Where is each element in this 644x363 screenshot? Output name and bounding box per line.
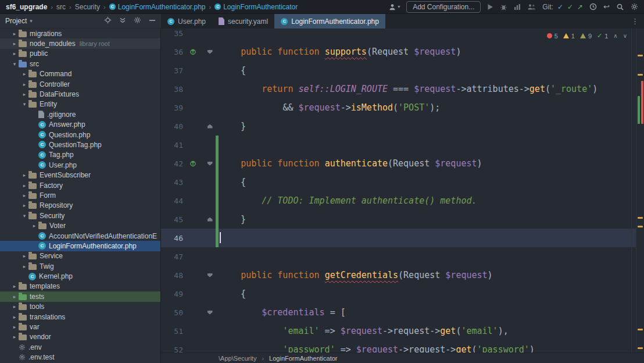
code-line-41[interactable]: 41	[161, 136, 644, 154]
user-menu-icon[interactable]: ▾	[388, 3, 400, 11]
tree-item-tag-php[interactable]: CTag.php	[0, 150, 160, 160]
stripe-mark[interactable]	[638, 96, 640, 124]
tree-item-kernel-php[interactable]: CKernel.php	[0, 271, 160, 281]
tab-security-yaml[interactable]: security.yaml	[212, 14, 274, 29]
chevron-right-icon[interactable]: ▸	[10, 324, 19, 330]
rollback-icon[interactable]: ↩	[603, 2, 610, 11]
tree-item-tools[interactable]: ▸tools	[0, 302, 160, 312]
stripe-mark[interactable]	[638, 329, 643, 330]
tree-item-questiontag-php[interactable]: CQuestionTag.php	[0, 140, 160, 150]
tree-item-templates[interactable]: ▸templates	[0, 282, 160, 291]
code-with-me-icon[interactable]	[527, 3, 536, 10]
settings-icon[interactable]	[134, 16, 141, 26]
tree-item-repository[interactable]: ▸Repository	[0, 201, 160, 211]
code-line-49[interactable]: 49 {	[161, 284, 644, 303]
code-line-51[interactable]: 51 'email' => $request->request->get('em…	[161, 322, 644, 340]
chevron-right-icon[interactable]: ▸	[20, 264, 28, 269]
settings-gear-icon[interactable]	[631, 3, 638, 10]
chevron-right-icon[interactable]: ▸	[20, 193, 28, 198]
git-push-icon[interactable]: ↗	[577, 3, 583, 11]
debug-icon[interactable]	[500, 3, 507, 10]
chevron-right-icon[interactable]: ▸	[20, 183, 28, 188]
chevron-right-icon[interactable]: ▸	[20, 71, 28, 77]
stripe-mark[interactable]	[638, 55, 643, 56]
code-line-44[interactable]: 44 // TODO: Implement authenticate() met…	[161, 191, 644, 210]
chevron-right-icon[interactable]: ▸	[10, 304, 19, 309]
chevron-right-icon[interactable]: ▸	[10, 51, 19, 56]
code-line-45[interactable]: 45 }	[161, 210, 644, 229]
override-method-icon[interactable]	[188, 160, 198, 167]
code-line-43[interactable]: 43 {	[161, 173, 644, 191]
history-icon[interactable]	[589, 3, 597, 10]
tree-item-public[interactable]: ▸public	[0, 49, 160, 59]
git-update-icon[interactable]: ✓	[557, 3, 563, 11]
code-line-40[interactable]: 40 }	[161, 117, 644, 136]
titlebar-breadcrumb-security[interactable]: Security	[75, 3, 100, 11]
titlebar-breadcrumb-loginformauthenticator-php[interactable]: CLoginFormAuthenticator.php	[109, 3, 206, 11]
hide-panel-icon[interactable]	[149, 17, 156, 26]
project-panel-title[interactable]: Project	[5, 17, 27, 25]
search-icon[interactable]	[616, 3, 624, 11]
tree-item-migrations[interactable]: ▸migrations	[0, 29, 160, 38]
tree-item-question-php[interactable]: CQuestion.php	[0, 130, 160, 140]
stripe-mark[interactable]	[638, 347, 643, 349]
code-line-46[interactable]: 46	[161, 229, 644, 247]
inspections-widget[interactable]: 5 1 9 ✓1 ∧ ∨	[543, 31, 631, 41]
tree-item-controller[interactable]: ▸Controller	[0, 79, 160, 89]
chevron-right-icon[interactable]: ▸	[10, 294, 19, 300]
chevron-right-icon[interactable]: ▸	[30, 223, 38, 229]
fold-close-icon[interactable]	[205, 124, 214, 129]
chevron-right-icon[interactable]: ▸	[10, 31, 19, 37]
code-line-37[interactable]: 37 {	[161, 61, 644, 80]
chevron-right-icon[interactable]: ▸	[20, 202, 28, 208]
tree-item-eventsubscriber[interactable]: ▸EventSubscriber	[0, 170, 160, 180]
titlebar-breadcrumb-loginformauthenticator[interactable]: CLoginFormAuthenticator	[214, 3, 298, 11]
code-line-36[interactable]: 36 public function supports(Request $req…	[161, 42, 644, 61]
chevron-right-icon[interactable]: ▸	[10, 334, 19, 340]
chevron-down-icon[interactable]: ▾	[20, 101, 28, 107]
editor-options-icon[interactable]: ⋮	[626, 14, 644, 29]
profiler-icon[interactable]	[514, 3, 521, 10]
code-line-47[interactable]: 47	[161, 247, 644, 266]
tree-item-form[interactable]: ▸Form	[0, 190, 160, 200]
tree-item-var[interactable]: ▸var	[0, 322, 160, 332]
editor-breadcrumb-loginformauthenticator[interactable]: LoginFormAuthenticator	[269, 355, 337, 362]
prev-issue-icon[interactable]: ∧	[613, 33, 617, 39]
code-line-39[interactable]: 39 && $request->isMethod('POST');	[161, 98, 644, 117]
code-line-52[interactable]: 52 'password' => $request->request->get(…	[161, 340, 644, 353]
override-method-icon[interactable]	[188, 48, 198, 55]
code-line-48[interactable]: 48 public function getCredentials(Reques…	[161, 266, 644, 284]
run-icon[interactable]	[487, 3, 493, 10]
tree-item-voter[interactable]: ▸Voter	[0, 220, 160, 230]
tree-item-gitignore[interactable]: .gitignore	[0, 109, 160, 119]
chevron-right-icon[interactable]: ▸	[20, 253, 28, 259]
chevron-right-icon[interactable]: ▸	[20, 172, 28, 178]
fold-open-icon[interactable]	[205, 50, 214, 54]
tree-item-env-test[interactable]: .env.test	[0, 353, 160, 362]
tree-item-loginformauthenticator-php[interactable]: CLoginFormAuthenticator.php	[0, 241, 160, 251]
tree-item-src[interactable]: ▾src	[0, 59, 160, 69]
tree-item-translations[interactable]: ▸translations	[0, 312, 160, 322]
tree-item-datafixtures[interactable]: ▸DataFixtures	[0, 89, 160, 99]
tree-item-tests[interactable]: ▸tests	[0, 291, 160, 301]
chevron-down-icon[interactable]: ▾	[30, 18, 33, 24]
tree-item-factory[interactable]: ▸Factory	[0, 180, 160, 190]
code-line-50[interactable]: 50 $credentials = [	[161, 303, 644, 322]
tree-item-env[interactable]: .env	[0, 342, 160, 352]
fold-open-icon[interactable]	[205, 273, 214, 277]
tree-item-security[interactable]: ▾Security	[0, 211, 160, 220]
editor-breadcrumb-app-security[interactable]: \App\Security	[219, 355, 256, 362]
tree-item-service[interactable]: ▸Service	[0, 251, 160, 261]
stripe-mark[interactable]	[641, 81, 643, 124]
stripe-mark[interactable]	[638, 74, 643, 76]
tree-item-twig[interactable]: ▸Twig	[0, 261, 160, 271]
locate-file-icon[interactable]	[104, 16, 112, 26]
chevron-right-icon[interactable]: ▸	[10, 41, 19, 47]
titlebar-breadcrumb-src[interactable]: src	[56, 3, 66, 11]
fold-close-icon[interactable]	[205, 218, 214, 222]
tree-item-entity[interactable]: ▾Entity	[0, 99, 160, 109]
chevron-down-icon[interactable]: ▾	[20, 213, 28, 219]
tree-item-accountnotverifiedauthenticatione[interactable]: CAccountNotVerifiedAuthenticationE	[0, 231, 160, 241]
chevron-right-icon[interactable]: ▸	[20, 91, 28, 97]
stripe-mark[interactable]	[638, 226, 643, 227]
